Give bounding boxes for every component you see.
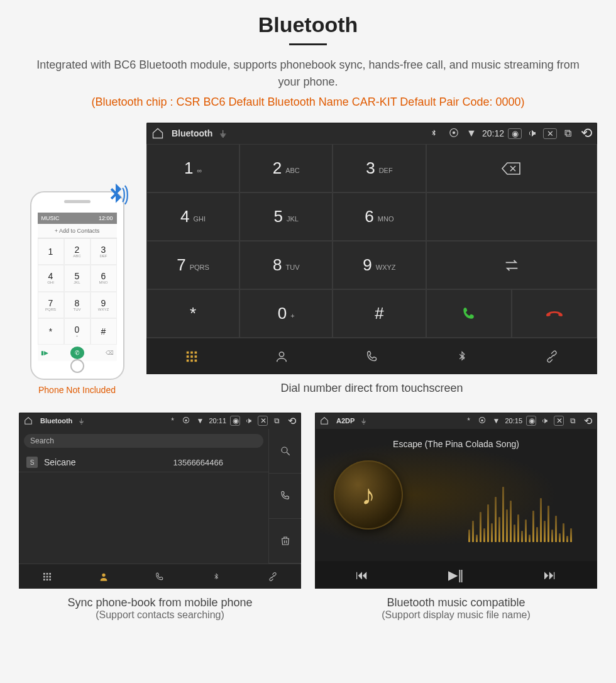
music-clock: 20:15	[505, 417, 522, 425]
dialpad-key-#[interactable]: #	[333, 289, 426, 338]
phone-mock-key: 1	[38, 238, 64, 265]
nav-recent-icon[interactable]	[132, 564, 189, 589]
back-icon[interactable]: ⟲	[581, 125, 592, 142]
backspace-button[interactable]	[426, 144, 597, 192]
dialpad-key-7[interactable]: 7PQRS	[146, 241, 239, 289]
hangup-button[interactable]	[512, 289, 597, 338]
volume-icon[interactable]: 🕩	[244, 416, 254, 425]
phone-mock-backspace-icon: ⌫	[103, 345, 117, 361]
dialpad-key-3[interactable]: 3DEF	[333, 144, 426, 192]
svg-rect-19	[49, 579, 51, 580]
call-button[interactable]	[426, 289, 512, 338]
nav-bluetooth-icon[interactable]	[188, 564, 245, 589]
phone-mock-key: 3DEF	[91, 238, 117, 265]
phone-mock-key: 0+	[64, 318, 91, 345]
phone-mockup: MUSIC 12:00 + Add to Contacts 12ABC3DEF4…	[30, 191, 124, 380]
nav-recent-icon[interactable]	[327, 338, 417, 374]
phone-mock-key: 4GHI	[38, 265, 64, 291]
svg-rect-1	[190, 351, 193, 353]
recents-icon[interactable]: ⧉	[561, 128, 575, 139]
camera-icon[interactable]: ◉	[508, 128, 522, 139]
contacts-statusbar: Bluetooth ⏚ * ⦿ ▼ 20:11 ◉ 🕩 ✕ ⧉ ⟲	[19, 413, 301, 429]
dialer-clock: 20:12	[482, 128, 504, 138]
music-caption-sub: (Support display music file name)	[315, 609, 597, 621]
back-icon[interactable]: ⟲	[288, 415, 296, 427]
recents-icon[interactable]: ⧉	[272, 416, 282, 425]
phone-mock-key: #	[91, 318, 117, 345]
contacts-clock: 20:11	[209, 417, 226, 425]
close-window-icon[interactable]: ✕	[258, 416, 268, 426]
side-call-icon[interactable]	[268, 474, 301, 518]
phone-mock-key: *	[38, 318, 64, 345]
phone-not-included-label: Phone Not Included	[19, 385, 135, 395]
phone-mock-key: 9WXYZ	[91, 292, 117, 318]
volume-icon[interactable]: 🕩	[540, 416, 550, 425]
wifi-icon: ▼	[465, 128, 478, 139]
volume-icon[interactable]: 🕩	[525, 128, 539, 139]
svg-line-10	[287, 452, 290, 455]
dialpad-key-4[interactable]: 4GHI	[146, 192, 239, 241]
svg-rect-3	[186, 355, 189, 358]
side-search-icon[interactable]	[268, 429, 301, 474]
phone-mock-key: 5JKL	[64, 265, 91, 291]
music-headunit: A2DP ⏚ * ⦿ ▼ 20:15 ◉ 🕩 ✕ ⧉ ⟲ Escape (The…	[315, 413, 597, 589]
next-track-button[interactable]: ⏭	[503, 561, 597, 589]
svg-rect-13	[49, 573, 51, 575]
dialpad-key-8[interactable]: 8TUV	[239, 241, 333, 289]
swap-button[interactable]	[426, 241, 597, 289]
album-art-disc: ♪	[334, 460, 403, 530]
dialer-statusbar: Bluetooth ⏚ ⦿ ▼ 20:12 ◉ 🕩 ✕ ⧉ ⟲	[146, 123, 597, 144]
wifi-icon: ▼	[491, 416, 501, 425]
location-icon: ⦿	[181, 416, 191, 425]
contact-row[interactable]: SSeicane13566664466	[19, 453, 268, 472]
bluetooth-icon: *	[167, 416, 177, 425]
phone-mock-header: MUSIC	[41, 215, 60, 221]
usb-icon: ⏚	[216, 128, 230, 139]
recents-icon[interactable]: ⧉	[568, 416, 578, 425]
close-window-icon[interactable]: ✕	[543, 128, 557, 139]
contacts-headunit: Bluetooth ⏚ * ⦿ ▼ 20:11 ◉ 🕩 ✕ ⧉ ⟲ Search	[19, 413, 301, 589]
dialpad-key-5[interactable]: 5JKL	[239, 192, 333, 241]
dialer-headunit: Bluetooth ⏚ ⦿ ▼ 20:12 ◉ 🕩 ✕ ⧉ ⟲ 1∞	[146, 123, 597, 374]
side-delete-icon[interactable]	[268, 519, 301, 564]
back-icon[interactable]: ⟲	[584, 415, 592, 427]
song-title: Escape (The Pina Colada Song)	[315, 439, 597, 449]
dialpad-key-*[interactable]: *	[146, 289, 239, 338]
svg-rect-6	[186, 359, 189, 362]
dialer-status-title: Bluetooth	[172, 128, 212, 138]
nav-link-icon[interactable]	[507, 338, 597, 374]
svg-rect-8	[194, 359, 197, 362]
dialpad-key-2[interactable]: 2ABC	[239, 144, 333, 192]
nav-bluetooth-icon[interactable]	[417, 338, 507, 374]
camera-icon[interactable]: ◉	[230, 416, 240, 426]
svg-rect-17	[43, 579, 45, 580]
play-pause-button[interactable]: ▶‖	[409, 561, 503, 589]
dialpad-key-6[interactable]: 6MNO	[333, 192, 426, 241]
nav-contacts-icon[interactable]	[75, 564, 132, 589]
nav-keypad-icon[interactable]	[146, 338, 236, 374]
phone-mock-key: 7PQRS	[38, 292, 64, 318]
page-subtitle: Integrated with BC6 Bluetooth module, su…	[0, 57, 616, 91]
close-window-icon[interactable]: ✕	[554, 416, 564, 426]
svg-rect-16	[49, 575, 51, 577]
location-icon: ⦿	[477, 416, 487, 425]
phone-mock-add-contacts: + Add to Contacts	[38, 224, 117, 238]
dialpad-key-1[interactable]: 1∞	[146, 144, 239, 192]
phone-mock-key: 8TUV	[64, 292, 91, 318]
svg-rect-11	[43, 573, 45, 575]
nav-keypad-icon[interactable]	[19, 564, 75, 589]
nav-contacts-icon[interactable]	[236, 338, 326, 374]
dialpad-key-9[interactable]: 9WXYZ	[333, 241, 426, 289]
svg-rect-12	[47, 573, 48, 575]
nav-link-icon[interactable]	[245, 564, 301, 589]
svg-rect-14	[43, 575, 45, 577]
music-status-title: A2DP	[336, 417, 355, 425]
camera-icon[interactable]: ◉	[526, 416, 536, 426]
home-icon[interactable]	[24, 416, 34, 425]
prev-track-button[interactable]: ⏮	[315, 561, 409, 589]
contacts-search-input[interactable]: Search	[24, 434, 263, 448]
home-icon[interactable]	[151, 127, 165, 140]
dialpad-key-0[interactable]: 0+	[239, 289, 333, 338]
svg-rect-4	[190, 355, 193, 358]
home-icon[interactable]	[320, 416, 330, 425]
